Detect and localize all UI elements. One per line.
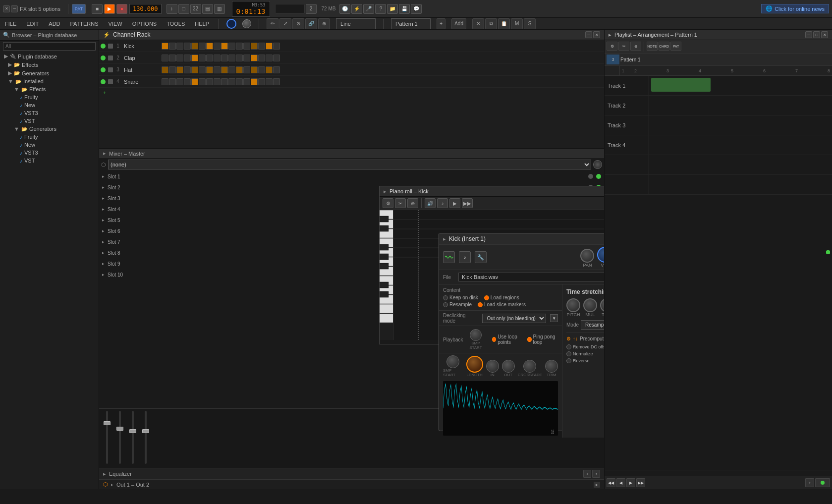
drum-btn-s10[interactable] bbox=[228, 78, 235, 85]
folder-icon[interactable]: 📁 bbox=[387, 4, 398, 14]
ch-mute-kick[interactable] bbox=[108, 44, 113, 49]
sidebar-item-vst-2[interactable]: ♪ VST bbox=[0, 157, 99, 165]
track-block-1[interactable] bbox=[651, 78, 711, 92]
drum-btn-c14[interactable] bbox=[258, 55, 265, 61]
drum-btn-h4[interactable] bbox=[184, 66, 191, 73]
clock-icon[interactable]: 🕐 bbox=[339, 4, 350, 14]
drum-btn-h7[interactable] bbox=[206, 66, 213, 73]
playlist-maximize[interactable]: □ bbox=[813, 31, 820, 38]
drum-btn-k7[interactable] bbox=[206, 43, 213, 50]
track-content-2[interactable] bbox=[649, 96, 832, 115]
sidebar-item-effects[interactable]: ▼ 📂 Effects bbox=[0, 85, 99, 93]
drum-btn-h5[interactable] bbox=[191, 66, 198, 73]
record-button[interactable]: ● bbox=[116, 4, 127, 14]
drum-btn-s16[interactable] bbox=[273, 78, 280, 85]
drum-btn-k6[interactable] bbox=[199, 43, 206, 50]
pr-btn-3[interactable]: ⊕ bbox=[407, 198, 418, 208]
misc-btn-4[interactable]: ▤ bbox=[202, 4, 213, 14]
sidebar-item-plugin-database[interactable]: ▶ 🔌 Plugin database bbox=[0, 52, 99, 60]
pr-btn-2[interactable]: ✂ bbox=[395, 198, 406, 208]
pr-btn-1[interactable]: ⚙ bbox=[383, 198, 393, 208]
tempo-display[interactable]: 130.000 bbox=[129, 4, 162, 14]
drum-btn-k15[interactable] bbox=[266, 43, 273, 50]
drum-btn-k9[interactable] bbox=[221, 43, 228, 50]
drum-btn-c8[interactable] bbox=[214, 55, 221, 61]
track-content-5[interactable] bbox=[649, 155, 832, 174]
declick-dropdown-btn[interactable]: ▼ bbox=[550, 314, 558, 322]
use-loop-cb[interactable]: Use loop points bbox=[492, 334, 523, 345]
effect-remove-dc[interactable]: Remove DC offset bbox=[566, 344, 604, 349]
kick-wrench-btn[interactable]: 🔧 bbox=[475, 251, 487, 263]
drum-btn-s2[interactable] bbox=[169, 78, 176, 85]
pl-green-dot[interactable] bbox=[815, 478, 830, 487]
mixer-channel-select[interactable]: (none) bbox=[108, 160, 591, 169]
track-content-6[interactable] bbox=[649, 175, 832, 194]
pl-btn-3[interactable]: ⊕ bbox=[630, 42, 641, 51]
fader-handle-m[interactable] bbox=[104, 421, 111, 425]
drum-btn-k1[interactable] bbox=[162, 43, 168, 50]
drum-btn-h11[interactable] bbox=[236, 66, 243, 73]
out-knob[interactable] bbox=[502, 360, 515, 373]
pl-nav-2[interactable]: ◀ bbox=[616, 478, 625, 487]
playlist-minimize[interactable]: ─ bbox=[805, 31, 812, 38]
drum-btn-h3[interactable] bbox=[176, 66, 183, 73]
drum-btn-c5[interactable] bbox=[191, 55, 198, 61]
drum-btn-h2[interactable] bbox=[169, 66, 176, 73]
waveform-display[interactable]: 16 bbox=[443, 381, 558, 436]
drum-btn-s1[interactable] bbox=[162, 78, 168, 85]
drum-btn-c16[interactable] bbox=[273, 55, 280, 61]
pr-btn-play[interactable]: ▶ bbox=[449, 198, 460, 208]
stop-button[interactable]: ■ bbox=[92, 4, 103, 14]
sidebar-item-installed[interactable]: ▼ 📂 Installed bbox=[0, 77, 99, 85]
fader-handle-3[interactable] bbox=[142, 429, 149, 433]
browser-search[interactable] bbox=[3, 42, 96, 51]
add-pattern-btn[interactable]: + bbox=[437, 18, 445, 29]
crossfade-knob[interactable] bbox=[523, 360, 536, 373]
smp-start-knob[interactable] bbox=[446, 355, 459, 368]
drum-btn-c4[interactable] bbox=[184, 55, 191, 61]
misc-btn-3[interactable]: 32 bbox=[190, 4, 201, 14]
misc-btn-1[interactable]: ↕ bbox=[166, 4, 177, 14]
track-content-4[interactable] bbox=[649, 135, 832, 155]
save-icon[interactable]: 💾 bbox=[399, 4, 410, 14]
load-regions-cb[interactable]: Load regions bbox=[484, 295, 519, 300]
pl-nav-3[interactable]: ▶ bbox=[626, 478, 635, 487]
ts-mul-knob[interactable] bbox=[583, 298, 597, 312]
ping-pong-cb[interactable]: Ping pong loop bbox=[527, 334, 558, 345]
drum-btn-h15[interactable] bbox=[266, 66, 273, 73]
drum-btn-k8[interactable] bbox=[214, 43, 221, 50]
online-news-button[interactable]: 🌐 Click for online news bbox=[761, 4, 829, 13]
tool-copy[interactable]: ⧉ bbox=[485, 18, 497, 29]
drum-btn-c3[interactable] bbox=[176, 55, 183, 61]
ch-led-kick[interactable] bbox=[101, 44, 106, 49]
drum-btn-c1[interactable] bbox=[162, 55, 168, 61]
menu-patterns[interactable]: PATTERNS bbox=[68, 20, 101, 28]
menu-options[interactable]: OPTIONS bbox=[130, 20, 159, 28]
drum-btn-s14[interactable] bbox=[258, 78, 265, 85]
pl-btn-1[interactable]: ⚙ bbox=[607, 42, 617, 51]
ts-pitch-knob[interactable] bbox=[566, 298, 580, 312]
drum-btn-k12[interactable] bbox=[243, 43, 250, 50]
kick-piano-btn[interactable]: ♪ bbox=[459, 251, 471, 263]
declick-select[interactable]: Out only (no bleeding) bbox=[482, 314, 546, 323]
drum-btn-s15[interactable] bbox=[266, 78, 273, 85]
menu-file[interactable]: FILE bbox=[3, 20, 18, 28]
ch-mute-clap[interactable] bbox=[108, 56, 113, 60]
drum-btn-s12[interactable] bbox=[243, 78, 250, 85]
ch-led-snare[interactable] bbox=[101, 79, 106, 84]
pl-btn-2[interactable]: ✂ bbox=[618, 42, 629, 51]
tool-solo[interactable]: S bbox=[524, 18, 536, 29]
drum-btn-s3[interactable] bbox=[176, 78, 183, 85]
sidebar-item-new-1[interactable]: ♪ New bbox=[0, 101, 99, 109]
track-content-3[interactable] bbox=[649, 115, 832, 135]
sidebar-item-new-2[interactable]: ♪ New bbox=[0, 141, 99, 149]
misc-btn-5[interactable]: ▥ bbox=[214, 4, 225, 14]
add-channel-btn[interactable]: + bbox=[99, 88, 604, 98]
drum-btn-s13[interactable] bbox=[251, 78, 258, 85]
tool-x[interactable]: ✕ bbox=[472, 18, 484, 29]
ch-led-hat[interactable] bbox=[101, 67, 106, 72]
drum-btn-c12[interactable] bbox=[243, 55, 250, 61]
sidebar-item-vst3-2[interactable]: ♪ VST3 bbox=[0, 149, 99, 157]
drum-btn-c2[interactable] bbox=[169, 55, 176, 61]
drum-btn-k11[interactable] bbox=[236, 43, 243, 50]
